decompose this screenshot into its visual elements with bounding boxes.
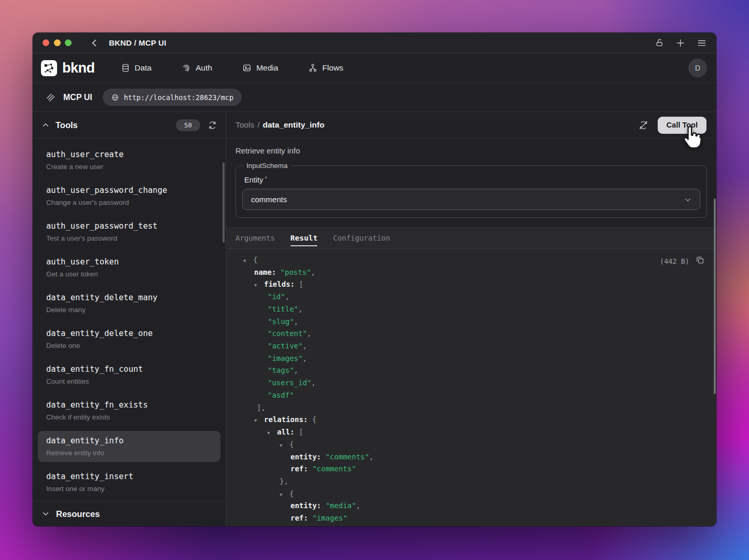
app-window: BKND / MCP UI <box>33 33 716 526</box>
tool-name: auth_user_token <box>46 257 217 267</box>
tool-description: Retrieve entity info <box>46 449 212 457</box>
user-avatar[interactable]: D <box>688 59 707 77</box>
nav-item-label: Media <box>256 63 278 73</box>
main-scrollbar-thumb[interactable] <box>714 199 716 394</box>
breadcrumb-section[interactable]: Tools <box>235 120 254 130</box>
sidebar-tool-item[interactable]: data_entity_insertInsert one or many <box>33 467 226 501</box>
hamburger-icon <box>697 38 707 48</box>
code-line: "id", <box>243 291 716 303</box>
sidebar-tool-item[interactable]: data_entity_fn_existsCheck if entity exi… <box>33 395 226 431</box>
refresh-tools-button[interactable] <box>207 120 217 130</box>
entity-select-value: comments <box>251 195 683 204</box>
collapse-toggle-icon[interactable]: ▼ <box>254 279 264 292</box>
sidebar-tool-item[interactable]: data_entity_delete_oneDelete one <box>33 324 226 359</box>
chevron-up-icon <box>42 121 49 129</box>
nav-item-flows[interactable]: Flows <box>308 63 343 73</box>
tool-name: data_entity_insert <box>46 471 217 482</box>
app-nav-bar: bknd Data Auth Media Flows <box>33 53 716 83</box>
collapse-toggle-icon[interactable]: ▼ <box>243 255 253 268</box>
mcp-icon <box>46 92 56 103</box>
desktop-background: BKND / MCP UI <box>0 0 749 560</box>
sidebar-tool-item[interactable]: data_entity_fn_countCount entities <box>33 359 226 395</box>
lock-icon[interactable] <box>655 38 664 48</box>
code-line: "images", <box>243 353 716 365</box>
tool-description: Create a new user <box>46 162 217 171</box>
code-line: ▼{ <box>243 488 716 500</box>
code-line: ▼{ <box>243 254 716 267</box>
tab-configuration[interactable]: Configuration <box>333 227 390 248</box>
tool-name: data_entity_fn_exists <box>46 400 217 410</box>
code-line: "asdf" <box>243 389 716 402</box>
sidebar-scrollbar-thumb[interactable] <box>223 162 225 243</box>
breadcrumb-separator: / <box>257 120 259 130</box>
cursor-pointer <box>681 125 704 150</box>
nav-item-media[interactable]: Media <box>242 63 278 73</box>
nav-item-label: Auth <box>196 63 212 73</box>
fingerprint-icon <box>182 63 191 73</box>
tool-name: auth_user_password_change <box>46 185 217 195</box>
title-bar: BKND / MCP UI <box>33 33 716 53</box>
code-line: "slug", <box>243 316 716 328</box>
sidebar-tool-item[interactable]: auth_user_createCreate a new user <box>33 145 226 180</box>
sidebar-tool-item[interactable]: data_entity_delete_manyDelete many <box>33 288 226 324</box>
brand-name: bknd <box>62 60 95 76</box>
tool-description: Count entities <box>46 377 217 386</box>
refresh-icon <box>207 120 217 130</box>
tool-description: Get a user token <box>46 270 217 278</box>
tool-description: Check if entity exists <box>46 413 217 422</box>
resources-section-header[interactable]: Resources <box>33 501 226 526</box>
database-icon <box>121 63 130 73</box>
zoom-window-button[interactable] <box>65 39 72 46</box>
sidebar-tool-item[interactable]: auth_user_password_testTest a user's pas… <box>33 216 226 252</box>
tool-name: data_entity_delete_one <box>46 328 217 339</box>
menu-button[interactable] <box>697 38 707 48</box>
tools-section-header[interactable]: Tools 50 <box>33 112 226 138</box>
auto-call-toggle-button[interactable] <box>638 120 649 131</box>
sidebar-tool-item[interactable]: data_entity_infoRetrieve entity info <box>38 431 220 462</box>
chevron-left-icon <box>90 39 99 47</box>
tools-section-title: Tools <box>56 120 78 130</box>
collapse-toggle-icon[interactable]: ▼ <box>267 427 277 440</box>
collapse-toggle-icon[interactable]: ▼ <box>254 415 264 427</box>
entity-select[interactable]: comments <box>242 189 700 210</box>
plus-icon <box>675 38 686 48</box>
code-line: ], <box>243 402 716 414</box>
tab-result[interactable]: Result <box>290 227 317 248</box>
tool-description: Insert one or many <box>46 484 217 493</box>
result-json-viewer: (442 B) ▼{name: "posts",▼fields: ["id","… <box>226 249 716 526</box>
mcp-ui-bar: MCP UI http://localhost:28623/mcp <box>33 83 716 112</box>
sidebar-tool-item[interactable]: auth_user_password_changeChange a user's… <box>33 180 226 216</box>
close-window-button[interactable] <box>43 39 49 46</box>
tools-sidebar: Tools 50 auth_user_createCreate a new us… <box>33 112 226 526</box>
entity-field-label: Entity* <box>244 175 700 184</box>
tool-name: data_entity_info <box>46 436 212 446</box>
chevron-down-icon <box>683 195 692 204</box>
collapse-toggle-icon[interactable]: ▼ <box>280 440 289 452</box>
brand-logo[interactable]: bknd <box>41 60 95 76</box>
nav-item-auth[interactable]: Auth <box>182 63 212 73</box>
globe-icon <box>111 93 119 102</box>
new-tab-button[interactable] <box>675 38 686 48</box>
chevron-down-icon <box>42 510 49 517</box>
code-line: ▼{ <box>243 439 716 451</box>
server-url-pill[interactable]: http://localhost:28623/mcp <box>103 89 242 106</box>
tool-name: auth_user_password_test <box>46 221 217 231</box>
mcp-ui-title: MCP UI <box>63 93 92 102</box>
code-line: ref: "images" <box>243 512 716 525</box>
collapse-toggle-icon[interactable]: ▼ <box>280 489 289 501</box>
code-line: ref: "comments" <box>243 463 716 475</box>
tab-arguments[interactable]: Arguments <box>235 227 275 248</box>
nav-item-data[interactable]: Data <box>121 63 152 73</box>
sidebar-tool-item[interactable]: auth_user_tokenGet a user token <box>33 252 226 288</box>
server-url: http://localhost:28623/mcp <box>124 93 233 102</box>
minimize-window-button[interactable] <box>54 39 61 46</box>
code-line: "users_id", <box>243 377 716 389</box>
code-line: "title", <box>243 303 716 316</box>
code-line: }, <box>243 475 716 488</box>
image-icon <box>242 63 252 73</box>
back-button[interactable] <box>90 39 99 47</box>
tool-detail-header: Tools / data_entity_info Call Tool <box>226 112 716 138</box>
copy-result-button[interactable] <box>695 255 705 267</box>
tool-name: data_entity_delete_many <box>46 292 217 303</box>
code-line: ▼relations: { <box>243 414 716 426</box>
